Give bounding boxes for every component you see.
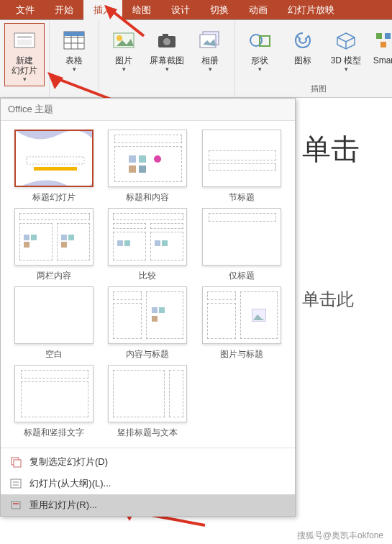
group-slides: 新建 幻灯片 ▾	[0, 20, 50, 97]
layout-label: 竖排标题与文本	[117, 427, 178, 439]
layout-title-content[interactable]: 标题和内容	[104, 130, 191, 204]
tab-draw[interactable]: 绘图	[122, 0, 161, 20]
svg-rect-31	[129, 166, 136, 173]
svg-rect-42	[162, 240, 168, 246]
new-slide-icon	[13, 27, 36, 54]
dropdown-header: Office 主题	[1, 99, 295, 121]
shape-label: 形状	[251, 55, 268, 65]
screenshot-button[interactable]: 屏幕截图 ▾	[147, 23, 187, 76]
dropdown-arrow-icon: ▾	[165, 65, 169, 73]
layout-label: 空白	[45, 348, 63, 361]
svg-rect-33	[24, 235, 29, 240]
album-label: 相册	[201, 55, 219, 65]
reuse-icon	[9, 499, 22, 512]
group-tables: 表格 ▾	[50, 20, 99, 97]
slide-title-placeholder: 单击	[302, 130, 360, 169]
picture-label: 图片	[115, 55, 132, 65]
group-illustrations: 形状 ▾ 图标 3D 模型 ▾ Smar	[235, 20, 392, 97]
layout-vertical-title-text[interactable]: 竖排标题与文本	[104, 365, 191, 439]
layout-comparison[interactable]: 比较	[104, 208, 191, 282]
menu-duplicate-slides[interactable]: 复制选定幻灯片(D)	[1, 451, 295, 473]
layout-picture-caption[interactable]: 图片与标题	[199, 286, 285, 361]
picture-icon	[112, 27, 135, 54]
layout-grid: 标题幻灯片 标题和内容 节标题	[1, 121, 295, 445]
ribbon-content: 新建 幻灯片 ▾ 表格 ▾ 图片 ▾	[0, 20, 392, 98]
layout-label: 仅标题	[229, 270, 255, 282]
layout-content-caption[interactable]: 内容与标题	[104, 286, 191, 361]
layout-label: 标题和内容	[126, 191, 169, 204]
screenshot-icon	[155, 27, 178, 54]
layout-section-header[interactable]: 节标题	[199, 130, 285, 204]
svg-rect-1	[17, 36, 32, 38]
layout-label: 两栏内容	[37, 270, 71, 282]
screenshot-label: 屏幕截图	[150, 55, 184, 65]
layout-label: 比较	[139, 270, 156, 282]
layout-label: 标题幻灯片	[32, 191, 76, 204]
layout-label: 内容与标题	[126, 348, 169, 361]
svg-rect-23	[385, 33, 391, 39]
dropdown-arrow-icon: ▾	[122, 65, 126, 73]
svg-rect-38	[61, 242, 67, 248]
svg-rect-2	[17, 40, 32, 45]
svg-point-13	[163, 38, 170, 45]
icon-icon	[291, 27, 314, 54]
svg-rect-37	[68, 235, 74, 240]
ribbon-tabs: 文件 开始 插入 绘图 设计 切换 动画 幻灯片放映	[0, 0, 392, 20]
svg-rect-14	[163, 34, 168, 37]
svg-rect-36	[61, 235, 67, 240]
tab-file[interactable]: 文件	[6, 0, 45, 20]
svg-rect-39	[117, 240, 123, 246]
dropdown-arrow-icon: ▾	[209, 65, 212, 73]
table-button[interactable]: 表格 ▾	[54, 23, 94, 76]
slide-subtitle-placeholder: 单击此	[302, 288, 354, 311]
watermark: 搜狐号@奥凯丰okfone	[294, 529, 386, 543]
group-images: 图片 ▾ 屏幕截图 ▾ 相册 ▾	[99, 20, 235, 97]
shape-icon	[248, 27, 271, 54]
layout-title-vertical-text[interactable]: 标题和竖排文字	[11, 365, 97, 439]
layout-blank[interactable]: 空白	[11, 286, 97, 361]
menu-slides-from-outline[interactable]: 幻灯片(从大纲)(L)...	[1, 473, 295, 494]
svg-rect-40	[124, 240, 130, 246]
3d-model-button[interactable]: 3D 模型 ▾	[326, 23, 366, 76]
shape-button[interactable]: 形状 ▾	[240, 23, 280, 76]
svg-rect-25	[16, 131, 94, 187]
svg-rect-53	[12, 502, 20, 509]
layout-label: 图片与标题	[220, 348, 263, 361]
layout-title-slide[interactable]: 标题幻灯片	[11, 130, 97, 204]
layout-label: 标题和竖排文字	[24, 427, 84, 439]
dropdown-arrow-icon: ▾	[258, 65, 262, 73]
icon-label: 图标	[294, 55, 311, 65]
dropdown-arrow-icon: ▾	[73, 65, 76, 73]
smart-icon	[373, 27, 392, 54]
svg-rect-43	[152, 307, 158, 313]
duplicate-icon	[9, 455, 22, 468]
menu-reuse-slides[interactable]: 重用幻灯片(R)...	[1, 494, 295, 516]
album-icon	[199, 27, 222, 54]
smart-button[interactable]: Smar	[369, 23, 392, 76]
tab-slideshow[interactable]: 幻灯片放映	[278, 0, 345, 20]
new-slide-label: 新建 幻灯片	[12, 55, 37, 76]
svg-rect-24	[380, 42, 386, 47]
tab-transition[interactable]: 切换	[200, 0, 239, 20]
tab-design[interactable]: 设计	[161, 0, 200, 20]
icon-button[interactable]: 图标	[283, 23, 323, 76]
svg-point-30	[154, 155, 161, 163]
picture-button[interactable]: 图片 ▾	[104, 23, 144, 76]
layout-title-only[interactable]: 仅标题	[199, 208, 285, 282]
3d-model-label: 3D 模型	[331, 55, 362, 65]
svg-rect-50	[11, 479, 21, 488]
tab-animation[interactable]: 动画	[239, 0, 278, 20]
new-slide-button[interactable]: 新建 幻灯片 ▾	[4, 23, 45, 86]
cube-icon	[334, 27, 357, 54]
album-button[interactable]: 相册 ▾	[190, 23, 230, 76]
dropdown-arrow-icon: ▾	[23, 76, 27, 83]
table-icon	[63, 27, 86, 54]
tab-insert[interactable]: 插入	[83, 0, 122, 20]
svg-rect-28	[129, 155, 136, 163]
tab-home[interactable]: 开始	[45, 0, 83, 20]
svg-rect-22	[376, 33, 382, 39]
svg-rect-44	[159, 307, 165, 313]
table-label: 表格	[65, 55, 83, 65]
layout-two-content[interactable]: 两栏内容	[11, 208, 97, 282]
svg-rect-35	[24, 242, 29, 248]
